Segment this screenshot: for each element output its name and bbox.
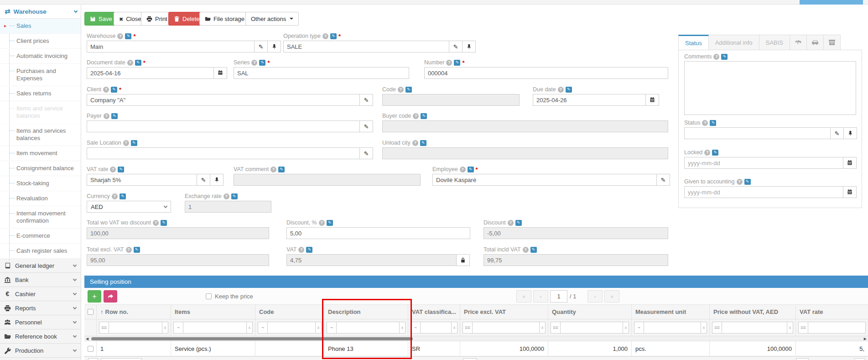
- filter-op[interactable]: ==: [99, 322, 109, 334]
- help-icon[interactable]: [251, 60, 257, 66]
- edit-badge-icon[interactable]: [306, 247, 312, 253]
- scrollbar-thumb[interactable]: [91, 337, 413, 340]
- edit-badge-icon[interactable]: [111, 87, 117, 93]
- sidebar-item-sales[interactable]: Sales: [0, 19, 81, 34]
- help-icon[interactable]: [702, 120, 708, 126]
- status-input[interactable]: [684, 127, 831, 139]
- clear-filter-icon[interactable]: [540, 322, 546, 334]
- col-header-quantity[interactable]: Quantity: [548, 305, 632, 319]
- edit-badge-icon[interactable]: [231, 193, 238, 199]
- clear-filter-icon[interactable]: [247, 322, 253, 334]
- help-icon[interactable]: [704, 150, 710, 156]
- col-header-vat-classification[interactable]: VAT classifica...: [408, 305, 460, 319]
- clear-filter-icon[interactable]: [701, 322, 707, 334]
- filter-input-rowno[interactable]: [109, 322, 162, 334]
- filter-op[interactable]: ==: [798, 322, 808, 334]
- help-icon[interactable]: [112, 193, 118, 199]
- help-icon[interactable]: [508, 220, 514, 226]
- tab-sabis[interactable]: SABIS: [759, 35, 790, 50]
- filter-input-quantity[interactable]: [561, 322, 623, 334]
- pin-button[interactable]: [210, 174, 223, 186]
- edit-badge-icon[interactable]: [721, 54, 728, 60]
- filter-input-measurement-unit[interactable]: [644, 322, 701, 334]
- due-date-input[interactable]: [533, 94, 646, 106]
- scroll-right-icon[interactable]: ▶: [864, 337, 867, 341]
- sidebar-item-ecommerce[interactable]: E-commerce: [0, 229, 81, 244]
- prev-page-button[interactable]: ‹: [533, 290, 548, 303]
- help-icon[interactable]: [460, 167, 466, 172]
- calendar-button[interactable]: [843, 157, 857, 169]
- edit-badge-icon[interactable]: [330, 33, 337, 39]
- col-header-vat-rate[interactable]: VAT rate: [796, 305, 868, 319]
- sidebar-item-purchases-expenses[interactable]: Purchases and Expenses: [0, 64, 81, 86]
- sidebar-section-bank[interactable]: Bank: [0, 273, 81, 287]
- tab-additional-info[interactable]: Additional info: [709, 35, 759, 50]
- locked-date-input[interactable]: [684, 157, 843, 169]
- edit-button[interactable]: [656, 174, 670, 186]
- filter-op[interactable]: ==: [551, 322, 561, 334]
- edit-button[interactable]: [359, 94, 373, 106]
- filter-input-price-without-vat[interactable]: [722, 322, 787, 334]
- client-input[interactable]: [87, 94, 360, 106]
- edit-badge-icon[interactable]: [454, 60, 460, 66]
- sidebar-section-reference-book[interactable]: Reference book: [0, 329, 81, 344]
- pin-button[interactable]: [267, 41, 281, 52]
- payer-input[interactable]: [87, 120, 360, 132]
- tab-archive[interactable]: [824, 35, 841, 50]
- edit-badge-icon[interactable]: [134, 247, 140, 253]
- pin-button[interactable]: [843, 127, 857, 139]
- help-icon[interactable]: [737, 179, 743, 185]
- filter-op[interactable]: ~: [411, 322, 421, 334]
- sale-location-input[interactable]: [87, 147, 360, 159]
- series-input[interactable]: [234, 67, 409, 79]
- edit-button[interactable]: [197, 174, 210, 186]
- edit-badge-icon[interactable]: [712, 150, 718, 156]
- help-icon[interactable]: [104, 113, 109, 119]
- sidebar-item-consignment-balance[interactable]: Consignment balance: [0, 161, 81, 176]
- help-icon[interactable]: [558, 87, 564, 93]
- edit-badge-icon[interactable]: [118, 167, 124, 172]
- filter-input-code[interactable]: [268, 322, 316, 334]
- clear-filter-icon[interactable]: [162, 322, 168, 334]
- page-number-input[interactable]: [550, 290, 567, 303]
- sidebar-item-internal-movement[interactable]: Internal movement confirmation: [0, 206, 81, 229]
- help-icon[interactable]: [523, 247, 529, 253]
- employee-input[interactable]: [432, 174, 657, 186]
- next-page-button[interactable]: ›: [587, 290, 603, 303]
- help-icon[interactable]: [412, 140, 418, 146]
- filter-input-vat-rate[interactable]: [808, 322, 866, 334]
- file-storage-button[interactable]: File storage: [199, 12, 250, 26]
- edit-badge-icon[interactable]: [405, 87, 412, 93]
- col-header-items[interactable]: Items: [171, 305, 255, 319]
- filter-op[interactable]: ~: [634, 322, 644, 334]
- edit-badge-icon[interactable]: [530, 247, 537, 253]
- col-header-description[interactable]: Description: [324, 305, 408, 319]
- sidebar-item-item-movement[interactable]: Item movement: [0, 146, 81, 161]
- edit-badge-icon[interactable]: [125, 33, 131, 39]
- edit-badge-icon[interactable]: [161, 220, 167, 226]
- pin-button[interactable]: [462, 41, 476, 52]
- help-icon[interactable]: [413, 113, 419, 119]
- tab-status[interactable]: Status: [678, 35, 709, 50]
- lock-button[interactable]: [456, 254, 470, 266]
- edit-badge-icon[interactable]: [515, 220, 522, 226]
- warehouse-input[interactable]: [87, 41, 255, 52]
- sidebar-section-production[interactable]: Production: [0, 344, 81, 358]
- comments-textarea[interactable]: [684, 61, 856, 115]
- tab-handshake[interactable]: [790, 35, 807, 50]
- edit-badge-icon[interactable]: [744, 179, 751, 185]
- help-icon[interactable]: [319, 220, 325, 226]
- keep-the-price-checkbox[interactable]: [206, 293, 212, 299]
- tab-car[interactable]: [807, 35, 824, 50]
- help-icon[interactable]: [127, 60, 133, 66]
- edit-badge-icon[interactable]: [566, 87, 572, 93]
- clear-filter-icon[interactable]: [400, 322, 405, 334]
- help-icon[interactable]: [110, 167, 116, 172]
- filter-input-price[interactable]: [473, 322, 540, 334]
- filter-op[interactable]: ~: [327, 322, 337, 334]
- help-icon[interactable]: [123, 140, 129, 146]
- sidebar-item-stock-taking[interactable]: Stock-taking: [0, 176, 81, 191]
- table-row[interactable]: 1 Service (pcs.) Phone 13 SR 100,0000 1,…: [84, 341, 868, 356]
- calendar-button[interactable]: [645, 94, 659, 106]
- help-icon[interactable]: [298, 247, 304, 253]
